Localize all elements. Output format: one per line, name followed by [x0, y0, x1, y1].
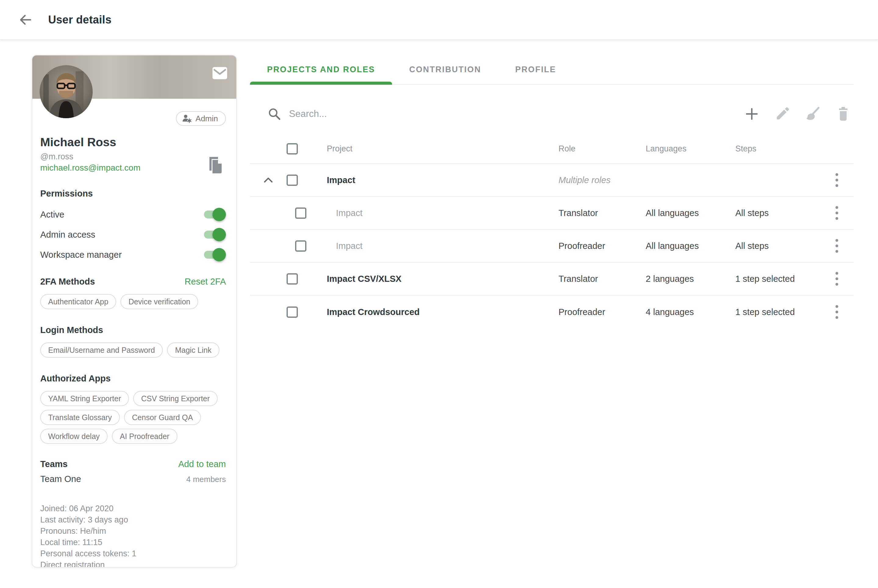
row-checkbox[interactable]	[295, 207, 307, 219]
permissions-title: Permissions	[40, 189, 226, 199]
project-languages: All languages	[637, 208, 729, 218]
teams-title: Teams	[40, 459, 68, 469]
admin-access-toggle[interactable]	[204, 231, 224, 238]
table-row: Impact Crowdsourced Proofreader 4 langua…	[250, 296, 854, 328]
user-handle: @m.ross	[40, 152, 226, 162]
chevron-up-icon	[263, 177, 274, 183]
column-header-project: Project	[317, 144, 549, 153]
team-name: Team One	[40, 474, 81, 484]
meta-last-activity: Last activity: 3 days ago	[40, 514, 226, 525]
permission-row-active: Active	[40, 208, 226, 221]
workspace-manager-toggle[interactable]	[204, 251, 224, 259]
select-all-checkbox[interactable]	[287, 143, 298, 154]
meta-joined: Joined: 06 Apr 2020	[40, 503, 226, 514]
project-steps: All steps	[729, 208, 820, 218]
brush-icon	[805, 106, 820, 122]
permission-label: Active	[40, 210, 64, 220]
twofa-chips: Authenticator App Device verification	[40, 294, 226, 309]
manage-accounts-icon	[182, 114, 192, 123]
twofa-method-chip: Authenticator App	[40, 294, 116, 309]
row-checkbox[interactable]	[295, 240, 307, 252]
kebab-icon	[835, 239, 838, 253]
search-icon	[268, 107, 281, 121]
tab-contribution[interactable]: CONTRIBUTION	[392, 55, 498, 84]
project-role: Translator	[549, 274, 637, 284]
row-checkbox[interactable]	[287, 306, 298, 318]
avatar	[40, 65, 93, 118]
user-meta: Joined: 06 Apr 2020 Last activity: 3 day…	[40, 503, 226, 568]
project-role: Proofreader	[549, 307, 637, 317]
table-row: Impact Translator All languages All step…	[250, 197, 854, 230]
project-steps: All steps	[729, 241, 820, 251]
project-name: Impact	[317, 208, 549, 218]
copy-email-button[interactable]	[206, 156, 224, 175]
column-header-steps: Steps	[729, 144, 820, 153]
row-menu-button[interactable]	[829, 268, 845, 290]
meta-access-tokens: Personal access tokens: 1	[40, 548, 226, 560]
add-button[interactable]	[743, 105, 760, 123]
main-content: PROJECTS AND ROLES CONTRIBUTION PROFILE	[250, 55, 854, 328]
authorized-app-chip: Workflow delay	[40, 429, 108, 444]
projects-table: Project Role Languages Steps Impact Mul	[250, 134, 854, 328]
admin-badge-label: Admin	[195, 114, 218, 123]
tab-profile[interactable]: PROFILE	[498, 55, 573, 84]
row-menu-button[interactable]	[829, 235, 845, 256]
table-row: Impact Multiple roles	[250, 164, 854, 197]
meta-local-time: Local time: 11:15	[40, 537, 226, 548]
copy-icon	[207, 156, 224, 174]
team-row: Team One 4 members	[40, 474, 226, 484]
row-checkbox[interactable]	[287, 273, 298, 285]
user-email[interactable]: michael.ross@impact.com	[40, 163, 226, 173]
login-methods-title: Login Methods	[40, 325, 226, 335]
delete-button[interactable]	[835, 105, 852, 123]
clear-filters-button[interactable]	[804, 105, 821, 123]
project-languages: All languages	[637, 241, 729, 251]
row-menu-button[interactable]	[829, 301, 845, 322]
collapse-row-button[interactable]	[262, 173, 275, 187]
authorized-app-chip: Translate Glossary	[40, 410, 120, 425]
envelope-icon[interactable]	[212, 67, 227, 79]
meta-pronouns: Pronouns: He/him	[40, 525, 226, 537]
toolbar-actions	[743, 105, 852, 123]
profile-card: Admin Michael Ross @m.ross michael.ross@…	[32, 55, 237, 568]
trash-icon	[836, 106, 850, 122]
project-steps: 1 step selected	[729, 274, 820, 284]
search-input[interactable]	[289, 108, 743, 119]
row-menu-button[interactable]	[829, 170, 845, 191]
back-button[interactable]	[17, 11, 34, 28]
row-menu-button[interactable]	[829, 202, 845, 224]
authorized-app-chip: AI Proofreader	[112, 429, 177, 444]
column-header-role: Role	[549, 144, 637, 153]
project-role: Proofreader	[549, 241, 637, 251]
project-name: Impact	[317, 241, 549, 251]
kebab-icon	[835, 272, 838, 286]
arrow-left-icon	[18, 12, 33, 27]
authorized-app-chip: Censor Guard QA	[124, 410, 201, 425]
add-to-team-link[interactable]: Add to team	[178, 459, 226, 469]
reset-2fa-link[interactable]: Reset 2FA	[185, 277, 226, 287]
page-title: User details	[48, 14, 111, 26]
project-name: Impact CSV/XLSX	[317, 274, 549, 284]
login-method-chip: Magic Link	[167, 342, 220, 358]
permission-row-admin-access: Admin access	[40, 228, 226, 241]
admin-role-badge: Admin	[176, 111, 226, 126]
twofa-method-chip: Device verification	[120, 294, 198, 309]
active-toggle[interactable]	[204, 210, 224, 219]
meta-registration: Direct registration	[40, 560, 226, 568]
project-role: Multiple roles	[549, 175, 637, 185]
project-languages: 4 languages	[637, 307, 729, 317]
tab-projects-and-roles[interactable]: PROJECTS AND ROLES	[250, 55, 392, 84]
authorized-apps-chips: YAML String Exporter CSV String Exporter…	[40, 391, 226, 444]
project-languages: 2 languages	[637, 274, 729, 284]
column-header-languages: Languages	[637, 144, 729, 153]
user-details-page: User details	[0, 0, 878, 588]
project-name: Impact Crowdsourced	[317, 307, 549, 317]
user-name: Michael Ross	[40, 136, 226, 149]
project-role: Translator	[549, 208, 637, 218]
pencil-icon	[775, 106, 789, 121]
kebab-icon	[835, 173, 838, 187]
row-checkbox[interactable]	[287, 175, 298, 186]
edit-button[interactable]	[774, 105, 791, 123]
permission-label: Workspace manager	[40, 250, 122, 260]
login-method-chips: Email/Username and Password Magic Link	[40, 342, 226, 358]
